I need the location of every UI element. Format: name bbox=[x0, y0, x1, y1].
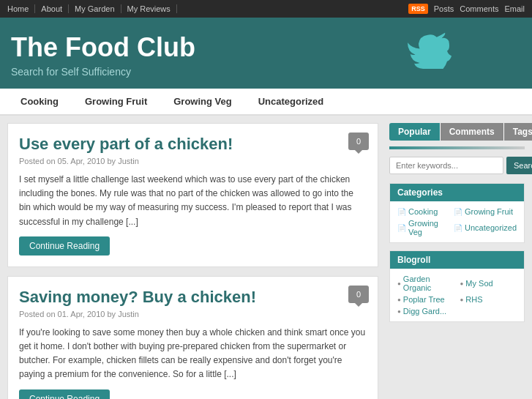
tab-popular[interactable]: Popular bbox=[389, 123, 441, 141]
comment-count-1: 0 bbox=[348, 133, 369, 150]
categories-section: Categories 📄 Cooking 📄 Growing Fruit 📄 G… bbox=[389, 183, 525, 243]
sidebar-tabs: Popular Comments Tags bbox=[389, 123, 525, 141]
blogroll-rhs[interactable]: ● RHS bbox=[460, 295, 517, 304]
nav-home[interactable]: Home bbox=[7, 4, 35, 13]
blogroll-section: Blogroll ● Garden Organic ● My Sod ● Pop… bbox=[389, 250, 525, 322]
post-2-meta: Posted on 01. Apr, 2010 by Justin bbox=[19, 310, 367, 318]
bullet-4: ● bbox=[460, 297, 464, 303]
nav-comments[interactable]: Comments bbox=[460, 4, 498, 13]
cat-item-growing-fruit[interactable]: 📄 Growing Fruit bbox=[454, 207, 517, 216]
sidebar: Popular Comments Tags Search Categories … bbox=[389, 123, 525, 399]
post-1: 0 Use every part of a chicken! Posted on… bbox=[7, 123, 378, 267]
top-nav: Home About My Garden My Reviews RSS Post… bbox=[0, 0, 532, 18]
search-area: Search bbox=[389, 157, 525, 174]
search-button[interactable]: Search bbox=[506, 157, 532, 174]
tab-comments[interactable]: Comments bbox=[441, 123, 504, 141]
cat-item-uncategorized[interactable]: 📄 Uncategorized bbox=[454, 219, 517, 236]
cat-item-cooking[interactable]: 📄 Cooking bbox=[397, 207, 448, 216]
post-1-continue-btn[interactable]: Continue Reading bbox=[19, 236, 110, 256]
cat-growing-fruit[interactable]: Growing Fruit bbox=[72, 89, 160, 114]
blogroll-my-sod[interactable]: ● My Sod bbox=[460, 275, 517, 292]
blogroll-garden-organic[interactable]: ● Garden Organic bbox=[397, 275, 454, 292]
blogroll-list: ● Garden Organic ● My Sod ● Poplar Tree … bbox=[397, 275, 517, 316]
category-nav: Cooking Growing Fruit Growing Veg Uncate… bbox=[0, 89, 532, 116]
nav-about[interactable]: About bbox=[35, 4, 69, 13]
site-header: The Food Club Search for Self Sufficienc… bbox=[0, 18, 532, 89]
categories-body: 📄 Cooking 📄 Growing Fruit 📄 Growing Veg … bbox=[390, 201, 524, 242]
rss-icon: RSS bbox=[408, 4, 428, 14]
top-nav-left: Home About My Garden My Reviews bbox=[7, 4, 177, 13]
bullet-2: ● bbox=[460, 280, 464, 287]
bullet-1: ● bbox=[397, 280, 401, 287]
post-1-excerpt: I set myself a little challenge last wee… bbox=[19, 173, 367, 229]
twitter-bird-icon bbox=[408, 32, 444, 61]
post-1-title: Use every part of a chicken! bbox=[19, 135, 367, 154]
post-1-meta: Posted on 05. Apr, 2010 by Justin bbox=[19, 157, 367, 165]
cat-growing-veg[interactable]: Growing Veg bbox=[160, 89, 244, 114]
top-nav-right: RSS Posts Comments Email bbox=[408, 4, 525, 14]
search-input[interactable] bbox=[389, 157, 503, 174]
comment-count-2: 0 bbox=[348, 286, 369, 303]
doc-icon-4: 📄 bbox=[454, 224, 462, 232]
nav-email[interactable]: Email bbox=[504, 4, 525, 13]
post-2-continue-btn[interactable]: Continue Reading bbox=[19, 389, 110, 400]
cat-cooking[interactable]: Cooking bbox=[7, 89, 72, 114]
bullet-5: ● bbox=[397, 308, 401, 315]
nav-posts[interactable]: Posts bbox=[434, 4, 454, 13]
cat-item-growing-veg[interactable]: 📄 Growing Veg bbox=[397, 219, 448, 236]
tab-tags[interactable]: Tags bbox=[504, 123, 532, 141]
main-content: 0 Use every part of a chicken! Posted on… bbox=[7, 123, 389, 399]
blogroll-poplar-tree[interactable]: ● Poplar Tree bbox=[397, 295, 454, 304]
blogroll-digg[interactable]: ● Digg Gard... bbox=[397, 307, 454, 316]
categories-grid: 📄 Cooking 📄 Growing Fruit 📄 Growing Veg … bbox=[397, 207, 517, 236]
nav-my-reviews[interactable]: My Reviews bbox=[121, 4, 177, 13]
search-bar-line bbox=[389, 146, 525, 149]
doc-icon-3: 📄 bbox=[397, 224, 406, 232]
post-2: 0 Saving money? Buy a chicken! Posted on… bbox=[7, 276, 378, 399]
post-2-excerpt: If you're looking to save some money the… bbox=[19, 326, 367, 382]
doc-icon-2: 📄 bbox=[454, 208, 462, 216]
post-2-title: Saving money? Buy a chicken! bbox=[19, 288, 367, 307]
categories-header: Categories bbox=[390, 184, 524, 201]
doc-icon-1: 📄 bbox=[397, 208, 406, 216]
blogroll-body: ● Garden Organic ● My Sod ● Poplar Tree … bbox=[390, 269, 524, 321]
nav-my-garden[interactable]: My Garden bbox=[69, 4, 121, 13]
cat-uncategorized[interactable]: Uncategorized bbox=[245, 89, 337, 114]
content-wrapper: 0 Use every part of a chicken! Posted on… bbox=[0, 116, 532, 399]
blogroll-header: Blogroll bbox=[390, 251, 524, 269]
bullet-3: ● bbox=[397, 297, 401, 303]
